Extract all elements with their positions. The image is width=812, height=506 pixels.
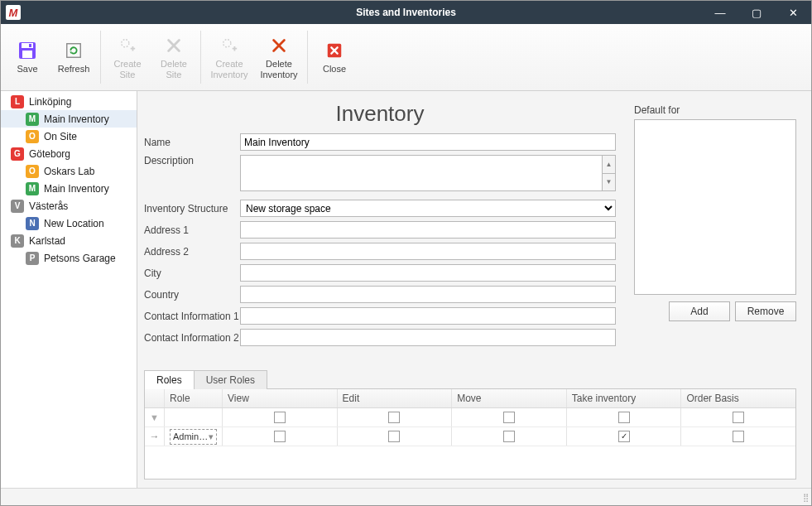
default-for-list[interactable] — [634, 119, 796, 295]
tree-label: Västerås — [29, 200, 68, 212]
filter-icon[interactable]: ▼ — [150, 412, 159, 422]
tree-badge: G — [11, 147, 24, 161]
refresh-icon — [63, 40, 84, 61]
table-row[interactable]: →Admin…▾✓ — [145, 427, 795, 446]
country-input[interactable] — [240, 286, 616, 303]
edit-chk[interactable] — [388, 431, 400, 442]
tree-item[interactable]: NNew Location — [1, 214, 137, 232]
site-tree[interactable]: LLinköpingMMain InventoryOOn SiteGGötebo… — [1, 91, 137, 488]
address1-label: Address 1 — [144, 224, 240, 236]
tree-label: Linköping — [29, 96, 71, 108]
order-chk[interactable] — [733, 431, 744, 442]
col-edit[interactable]: Edit — [338, 389, 453, 407]
filter-order-chk[interactable] — [733, 412, 744, 423]
current-row-icon: → — [150, 431, 160, 442]
tree-badge: V — [11, 200, 24, 213]
tree-badge: M — [26, 113, 39, 126]
svg-rect-3 — [29, 44, 31, 47]
address2-label: Address 2 — [144, 246, 240, 258]
col-move[interactable]: Move — [452, 389, 567, 407]
tree-item[interactable]: OOn Site — [1, 128, 137, 145]
statusbar: ⣿ — [1, 488, 811, 505]
minimize-button[interactable]: — — [702, 1, 738, 24]
view-chk[interactable] — [274, 431, 286, 442]
page-title: Inventory — [144, 101, 616, 127]
close-window-button[interactable]: ✕ — [775, 1, 811, 24]
col-take[interactable]: Take inventory — [567, 389, 682, 407]
tab-user-roles[interactable]: User Roles — [194, 370, 267, 389]
filter-view-chk[interactable] — [274, 412, 286, 423]
filter-take-chk[interactable] — [618, 412, 630, 423]
svg-rect-4 — [67, 44, 81, 58]
role-dropdown[interactable]: Admin…▾ — [170, 429, 217, 445]
delete-inventory-label: Delete Inventory — [260, 59, 297, 79]
contact2-label: Contact Information 2 — [144, 332, 240, 344]
refresh-label: Refresh — [58, 64, 90, 74]
close-icon — [324, 40, 345, 61]
description-spinner[interactable]: ▲▼ — [603, 155, 616, 191]
save-button[interactable]: Save — [4, 24, 50, 90]
svg-point-6 — [223, 40, 231, 47]
close-button[interactable]: Close — [311, 24, 358, 90]
tab-roles[interactable]: Roles — [144, 370, 195, 389]
tree-item[interactable]: VVästerås — [1, 197, 137, 214]
delete-site-button: Delete Site — [151, 24, 197, 90]
tree-badge: P — [26, 252, 39, 265]
filter-move-chk[interactable] — [503, 412, 515, 423]
save-icon — [17, 40, 38, 61]
take-chk[interactable]: ✓ — [618, 431, 630, 442]
structure-select[interactable]: New storage space — [240, 200, 616, 217]
create-site-label: Create Site — [113, 59, 141, 79]
tree-label: Petsons Garage — [44, 253, 116, 264]
address1-input[interactable] — [240, 221, 616, 239]
structure-label: Inventory Structure — [144, 203, 240, 214]
tree-badge: N — [26, 217, 39, 230]
add-button[interactable]: Add — [669, 301, 730, 321]
tree-label: Main Inventory — [44, 113, 109, 125]
address2-input[interactable] — [240, 243, 616, 260]
tree-label: Karlstad — [29, 235, 65, 247]
col-view[interactable]: View — [223, 389, 338, 407]
tree-item[interactable]: OOskars Lab — [1, 162, 137, 180]
name-input[interactable] — [240, 133, 616, 151]
create-site-icon — [117, 35, 138, 56]
tree-item[interactable]: LLinköping — [1, 93, 137, 110]
contact1-input[interactable] — [240, 307, 616, 325]
col-order[interactable]: Order Basis — [681, 389, 795, 407]
create-inventory-label: Create Inventory — [210, 59, 247, 79]
default-for-label: Default for — [634, 104, 796, 116]
col-role[interactable]: Role — [165, 389, 223, 407]
tree-label: Main Inventory — [44, 183, 109, 195]
city-input[interactable] — [240, 264, 616, 282]
maximize-button[interactable]: ▢ — [738, 1, 775, 24]
resize-grip[interactable]: ⣿ — [803, 493, 808, 502]
description-label: Description — [144, 155, 240, 166]
tree-badge: K — [11, 234, 24, 248]
delete-site-icon — [163, 35, 185, 56]
tree-item[interactable]: MMain Inventory — [1, 110, 137, 128]
create-inventory-icon — [219, 35, 240, 56]
move-chk[interactable] — [503, 431, 515, 442]
delete-inventory-icon — [268, 35, 290, 56]
app-icon: M — [6, 5, 21, 20]
tree-label: On Site — [44, 131, 77, 142]
description-input[interactable] — [240, 155, 603, 191]
tree-badge: O — [26, 130, 39, 143]
create-site-button: Create Site — [104, 24, 151, 90]
filter-edit-chk[interactable] — [388, 412, 400, 423]
tree-label: Göteborg — [29, 148, 70, 160]
tree-item[interactable]: MMain Inventory — [1, 180, 137, 197]
refresh-button[interactable]: Refresh — [50, 24, 97, 90]
delete-inventory-button[interactable]: Delete Inventory — [254, 24, 304, 90]
city-label: City — [144, 267, 240, 279]
name-label: Name — [144, 137, 240, 148]
remove-button[interactable]: Remove — [735, 301, 796, 321]
tree-item[interactable]: KKarlstad — [1, 232, 137, 249]
save-label: Save — [17, 64, 37, 74]
filter-row: ▼ — [145, 408, 795, 427]
tree-item[interactable]: PPetsons Garage — [1, 249, 137, 267]
tabstrip: Roles User Roles — [144, 369, 796, 388]
tree-item[interactable]: GGöteborg — [1, 145, 137, 162]
contact2-input[interactable] — [240, 329, 616, 346]
window-title: Sites and Inventories — [1, 7, 811, 18]
